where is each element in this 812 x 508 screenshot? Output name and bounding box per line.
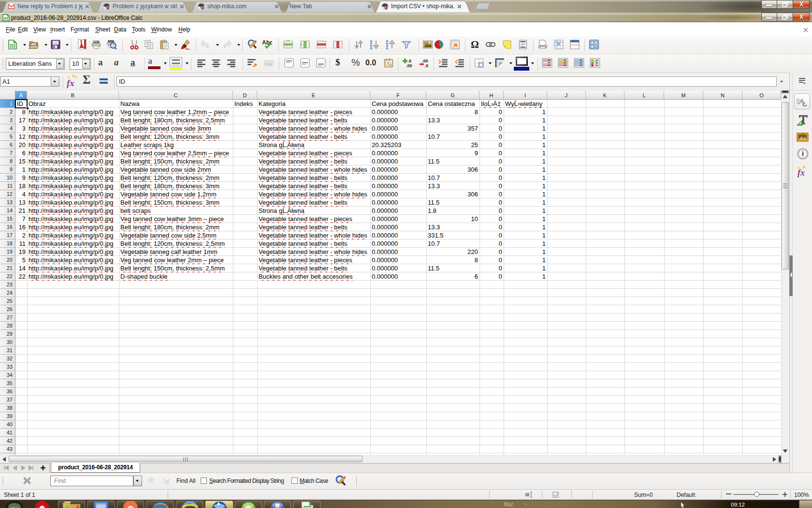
svg-text:fx: fx <box>798 168 805 178</box>
svg-text:Ω: Ω <box>471 39 479 50</box>
svg-text:.00: .00 <box>422 59 428 63</box>
svg-text:.0: .0 <box>408 59 412 63</box>
svg-text:.0: .0 <box>425 63 429 68</box>
svg-text:.00: .00 <box>406 63 412 68</box>
svg-text:3: 3 <box>387 61 389 65</box>
svg-text:fx: fx <box>67 78 74 88</box>
svg-text:Abc: Abc <box>262 39 272 46</box>
